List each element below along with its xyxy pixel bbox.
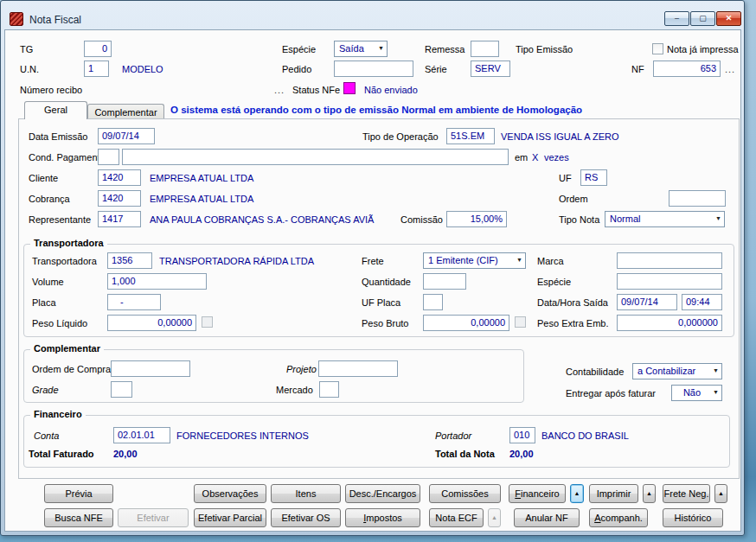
quantidade-field[interactable] bbox=[423, 273, 466, 290]
nota-ja-impressa-label: Nota já impressa bbox=[667, 44, 739, 54]
imprimir-button[interactable]: Imprimir bbox=[589, 484, 638, 503]
mercado-field[interactable] bbox=[319, 381, 339, 398]
recibo-browse-button[interactable]: ... bbox=[274, 85, 285, 95]
especie-emb-field[interactable] bbox=[617, 273, 722, 290]
frete-label: Frete bbox=[362, 256, 384, 266]
contabilidade-select[interactable]: a Contabilizar ▼ bbox=[632, 363, 722, 379]
serie-field[interactable]: SERV bbox=[471, 61, 510, 77]
un-field[interactable]: 1 bbox=[84, 61, 109, 77]
close-button[interactable]: ✕ bbox=[716, 11, 741, 26]
frete-neg-expand-button[interactable]: ▲ bbox=[714, 484, 727, 503]
ordem-compra-field[interactable] bbox=[111, 360, 190, 377]
chevron-down-icon: ▼ bbox=[516, 257, 522, 263]
minimize-button[interactable]: – bbox=[664, 11, 689, 26]
complementar-group-title: Complementar bbox=[30, 343, 104, 354]
arrow-up-icon: ▲ bbox=[646, 490, 652, 496]
ordem-label: Ordem bbox=[559, 194, 588, 204]
arrow-up-icon: ▲ bbox=[491, 514, 497, 520]
peso-bruto-field[interactable]: 0,00000 bbox=[423, 315, 509, 331]
financeiro-button[interactable]: Financeiro bbox=[509, 484, 566, 503]
marca-field[interactable] bbox=[617, 252, 722, 269]
imprimir-expand-button[interactable]: ▲ bbox=[643, 484, 656, 503]
frete-value: 1 Emitente (CIF) bbox=[428, 255, 498, 265]
tipo-operacao-field[interactable]: 51S.EM bbox=[446, 128, 495, 144]
entregar-value: Não bbox=[683, 387, 701, 398]
financeiro-expand-button[interactable]: ▲ bbox=[570, 484, 584, 503]
itens-button[interactable]: Itens bbox=[271, 484, 341, 503]
especie-emb-label: Espécie bbox=[537, 277, 571, 287]
especie-select[interactable]: Saída ▼ bbox=[334, 41, 388, 57]
entregar-select[interactable]: Não ▼ bbox=[671, 385, 722, 401]
cliente-code-field[interactable]: 1420 bbox=[98, 169, 141, 186]
quantidade-label: Quantidade bbox=[362, 277, 411, 287]
tipo-operacao-desc: VENDA ISS IGUAL A ZERO bbox=[501, 131, 619, 142]
uf-field[interactable]: RS bbox=[580, 169, 607, 186]
efetivar-parcial-button[interactable]: Efetivar Parcial bbox=[194, 508, 266, 527]
total-faturado-value: 20,00 bbox=[113, 449, 138, 459]
cobranca-code-field[interactable]: 1420 bbox=[98, 190, 141, 207]
representante-code-field[interactable]: 1417 bbox=[98, 211, 141, 227]
contabilidade-label: Contabilidade bbox=[566, 367, 624, 377]
nf-field[interactable]: 653 bbox=[653, 61, 721, 77]
status-nfe-label: Status NFe bbox=[292, 85, 340, 95]
hora-saida-field[interactable]: 09:44 bbox=[682, 294, 722, 310]
complementar-group bbox=[23, 349, 524, 403]
vezes-value: X bbox=[532, 152, 538, 163]
nf-label: NF bbox=[631, 64, 644, 74]
impostos-button[interactable]: Impostos bbox=[345, 508, 420, 527]
projeto-field[interactable] bbox=[318, 360, 398, 377]
ordem-field[interactable] bbox=[669, 190, 726, 207]
cond-pagamento-desc-field[interactable] bbox=[122, 149, 509, 165]
frete-neg-button[interactable]: Frete Neg. bbox=[663, 484, 710, 503]
tg-field[interactable]: 0 bbox=[84, 41, 112, 57]
chevron-down-icon: ▼ bbox=[713, 367, 719, 373]
peso-extra-field[interactable]: 0,000000 bbox=[617, 315, 722, 331]
comissoes-button[interactable]: Comissões bbox=[429, 484, 501, 503]
nf-browse-button[interactable]: ... bbox=[725, 64, 735, 74]
remessa-field[interactable] bbox=[471, 41, 499, 57]
peso-liquido-field[interactable]: 0,00000 bbox=[107, 315, 196, 331]
peso-liquido-checkbox bbox=[202, 316, 213, 328]
volume-field[interactable]: 1,000 bbox=[107, 273, 207, 290]
acompanh-button[interactable]: Acompanh. bbox=[589, 508, 648, 527]
arrow-up-icon: ▲ bbox=[718, 490, 724, 496]
tab-geral[interactable]: Geral bbox=[24, 101, 87, 119]
observacoes-button[interactable]: Observações bbox=[194, 484, 266, 503]
placa-label: Placa bbox=[32, 297, 56, 308]
projeto-label: Projeto bbox=[286, 364, 317, 374]
nota-ecf-button[interactable]: Nota ECF bbox=[429, 508, 484, 527]
chevron-down-icon: ▼ bbox=[713, 389, 719, 395]
maximize-button[interactable]: ▢ bbox=[690, 11, 715, 26]
volume-label: Volume bbox=[32, 277, 64, 287]
remessa-label: Remessa bbox=[425, 44, 464, 54]
grade-field[interactable] bbox=[111, 381, 132, 398]
data-emissao-label: Data Emissão bbox=[29, 131, 87, 142]
comissao-field[interactable]: 15,00% bbox=[446, 211, 507, 227]
busca-nfe-button[interactable]: Busca NFE bbox=[44, 508, 113, 527]
efetivar-os-button[interactable]: Efetivar OS bbox=[271, 508, 341, 527]
pedido-field[interactable] bbox=[334, 61, 413, 77]
desc-encargos-button[interactable]: Desc./Encargos bbox=[345, 484, 420, 503]
historico-button[interactable]: Histórico bbox=[663, 508, 723, 527]
cliente-desc: EMPRESA ATUAL LTDA bbox=[150, 173, 253, 183]
nota-ja-impressa-checkbox[interactable] bbox=[652, 43, 663, 54]
conta-field[interactable]: 02.01.01 bbox=[113, 427, 170, 443]
cond-pagamento-code-field[interactable] bbox=[98, 149, 119, 165]
tipo-nota-select[interactable]: Normal ▼ bbox=[605, 211, 725, 227]
total-faturado-label: Total Faturado bbox=[29, 449, 94, 459]
especie-label: Espécie bbox=[282, 44, 316, 54]
conta-desc: FORNECEDORES INTERNOS bbox=[176, 430, 309, 441]
frete-select[interactable]: 1 Emitente (CIF) ▼ bbox=[423, 252, 526, 269]
uf-label: UF bbox=[559, 173, 572, 183]
tg-label: TG bbox=[20, 44, 33, 54]
data-saida-field[interactable]: 09/07/14 bbox=[617, 294, 677, 310]
app-icon bbox=[10, 12, 23, 26]
uf-placa-field[interactable] bbox=[423, 294, 443, 310]
portador-field[interactable]: 010 bbox=[509, 427, 535, 443]
previa-button[interactable]: Prévia bbox=[44, 484, 113, 503]
transportadora-code-field[interactable]: 1356 bbox=[107, 252, 152, 269]
data-emissao-field[interactable]: 09/07/14 bbox=[98, 128, 155, 144]
tab-complementar[interactable]: Complementar bbox=[87, 104, 164, 118]
placa-field[interactable]: - bbox=[107, 294, 161, 310]
anular-nf-button[interactable]: Anular NF bbox=[514, 508, 580, 527]
